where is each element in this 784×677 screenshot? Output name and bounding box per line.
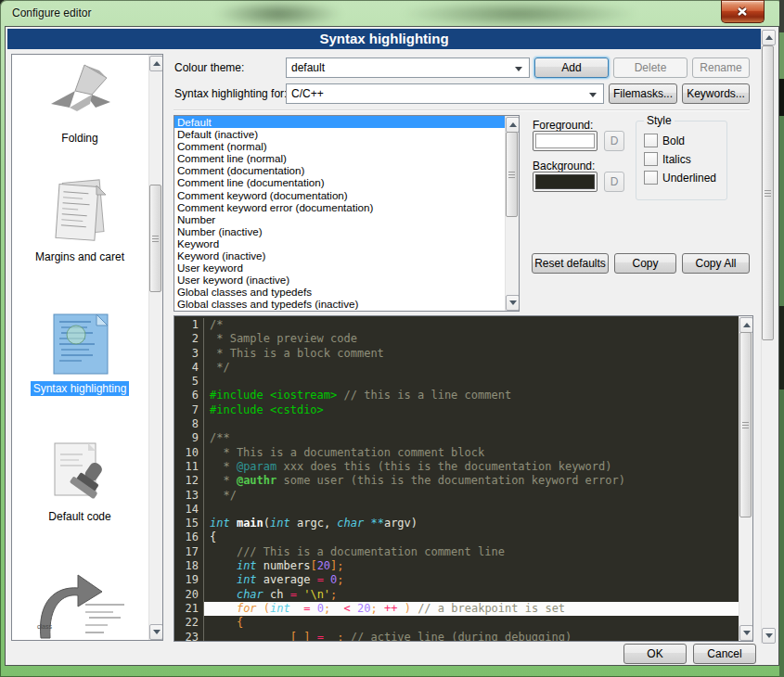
style-list-item[interactable]: Number (inactive) — [174, 225, 519, 237]
margins-caret-icon — [12, 177, 148, 248]
style-list-item[interactable]: Number — [174, 213, 519, 225]
scroll-up-button[interactable] — [506, 117, 520, 133]
scroll-up-button[interactable] — [739, 317, 753, 333]
pages-scrollbar[interactable] — [148, 55, 162, 640]
reset-defaults-button[interactable]: Reset defaults — [532, 253, 609, 274]
scrollbar-thumb[interactable] — [506, 132, 518, 217]
copy-all-button[interactable]: Copy All — [682, 253, 750, 274]
italics-checkbox[interactable]: Italics — [644, 152, 691, 166]
folding-icon — [12, 58, 148, 129]
scroll-down-button[interactable] — [149, 624, 163, 640]
foreground-label: Foreground: — [533, 119, 593, 132]
delete-button[interactable]: Delete — [613, 57, 688, 78]
code-line: 19 int average = 0; — [174, 573, 739, 587]
style-list-item[interactable]: User keyword (inactive) — [174, 274, 519, 286]
checkbox-box[interactable] — [644, 152, 658, 166]
checkbox-label: Bold — [662, 134, 685, 147]
style-list-scrollbar[interactable] — [505, 116, 519, 311]
close-button[interactable] — [721, 0, 765, 23]
sidebar-item-label: Folding — [58, 131, 100, 146]
style-list-item[interactable]: Global classes and typedefs (inactive) — [174, 298, 519, 310]
code-line: 1/* — [174, 318, 739, 332]
code-line: 16{ — [174, 530, 739, 544]
copy-button[interactable]: Copy — [614, 253, 676, 274]
line-number: 8 — [174, 417, 204, 431]
code-line: 15int main(int argc, char **argv) — [174, 517, 739, 530]
ok-button[interactable]: OK — [623, 644, 687, 664]
keywords-button[interactable]: Keywords... — [682, 83, 750, 104]
style-list-item[interactable]: Keyword — [174, 237, 519, 249]
scrollbar-thumb[interactable] — [149, 185, 161, 292]
scrollbar-thumb[interactable] — [739, 332, 752, 517]
scroll-down-button[interactable] — [762, 628, 776, 644]
scroll-down-button[interactable] — [506, 295, 520, 311]
dialog-client-area: Syntax highlighting FoldingMargins and c… — [6, 27, 778, 665]
scrollbar-thumb[interactable] — [762, 45, 774, 340]
style-list-item[interactable]: Comment line (documentation) — [174, 176, 519, 188]
line-number: 11 — [174, 460, 204, 474]
code-line: 14 — [174, 503, 739, 517]
style-list-item[interactable]: Default — [174, 116, 519, 128]
bold-checkbox[interactable]: Bold — [644, 134, 685, 147]
background-default-button[interactable]: D — [604, 172, 624, 192]
page-title-banner: Syntax highlighting — [7, 29, 761, 49]
style-groupbox: Style BoldItalicsUnderlined — [636, 121, 727, 200]
chevron-down-icon — [515, 67, 522, 71]
style-list-item[interactable]: Comment keyword error (documentation) — [174, 201, 519, 213]
code-line: 11 * @param xxx does this (this is the d… — [174, 460, 739, 474]
underlined-checkbox[interactable]: Underlined — [644, 171, 716, 185]
foreground-default-button[interactable]: D — [604, 131, 624, 151]
code-line: 6#include <iostream> // this is a line c… — [174, 389, 739, 402]
style-list-item[interactable]: Comment (documentation) — [174, 164, 519, 176]
style-list-item[interactable]: Keyword (inactive) — [174, 249, 519, 262]
code-line: 3 * This is a block comment — [174, 347, 739, 361]
line-number: 14 — [174, 503, 204, 517]
cancel-button[interactable]: Cancel — [693, 644, 756, 664]
sidebar-item-default-code[interactable]: Default code — [12, 437, 148, 524]
filemasks-button[interactable]: Filemasks... — [609, 83, 677, 104]
checkbox-box[interactable] — [644, 171, 658, 185]
scroll-down-button[interactable] — [739, 625, 753, 641]
style-list-item[interactable]: Comment keyword (documentation) — [174, 189, 519, 201]
style-list-item[interactable]: Comment (normal) — [174, 140, 519, 152]
foreground-color-fill — [535, 134, 595, 148]
scroll-up-button[interactable] — [149, 56, 163, 71]
checkbox-box[interactable] — [644, 134, 658, 147]
line-number: 19 — [174, 573, 204, 587]
line-number: 1 — [174, 318, 204, 332]
pages-list: FoldingMargins and caretSyntax highlight… — [11, 54, 163, 641]
style-list-item[interactable]: Default (inactive) — [174, 128, 519, 140]
line-number: 17 — [174, 545, 204, 559]
code-line: 4 */ — [174, 361, 739, 375]
desktop-edge — [779, 0, 784, 677]
style-list-item[interactable]: Global classes and typedefs — [174, 286, 519, 298]
sidebar-item-folding[interactable]: Folding — [12, 58, 148, 146]
line-number: 2 — [174, 332, 204, 346]
dialog-scrollbar[interactable] — [761, 29, 776, 644]
preview-scrollbar[interactable] — [739, 316, 752, 641]
code-line: 18 int numbers[20]; — [174, 559, 739, 573]
line-number: 9 — [174, 431, 204, 445]
scroll-up-button[interactable] — [762, 30, 776, 45]
line-number: 20 — [174, 588, 204, 602]
colour-theme-label: Colour theme: — [174, 61, 244, 74]
titlebar[interactable]: Configure editor — [0, 0, 784, 28]
sidebar-item-syntax-highlighting[interactable]: Syntax highlighting — [12, 309, 148, 396]
code-line: 9/** — [174, 431, 739, 445]
rename-button[interactable]: Rename — [692, 57, 750, 78]
sidebar-item-label: Default code — [45, 509, 113, 524]
line-number: 6 — [174, 389, 204, 402]
sidebar-item-margins-and-caret[interactable]: Margins and caret — [12, 177, 148, 264]
style-group-title: Style — [644, 114, 675, 127]
background-color-swatch[interactable] — [533, 172, 598, 192]
line-number: 21 — [174, 602, 204, 616]
line-number: 13 — [174, 489, 204, 503]
style-list-item[interactable]: User keyword — [174, 262, 519, 274]
sidebar-item-more[interactable]: class — [12, 568, 148, 639]
line-number: 5 — [174, 375, 204, 389]
add-button[interactable]: Add — [534, 57, 609, 78]
colour-theme-select[interactable]: default — [286, 57, 530, 78]
foreground-color-swatch[interactable] — [533, 131, 598, 151]
style-list-item[interactable]: Comment line (normal) — [174, 152, 519, 164]
lexer-select[interactable]: C/C++ — [286, 83, 604, 104]
